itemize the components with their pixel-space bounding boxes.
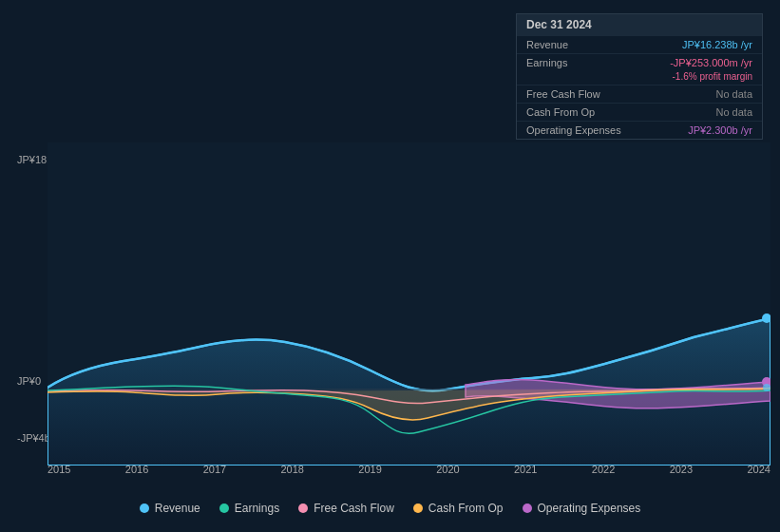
legend-item-fcf[interactable]: Free Cash Flow	[298, 502, 394, 515]
x-label-2016: 2016	[125, 464, 148, 475]
x-label-2017: 2017	[203, 464, 226, 475]
earnings-sub: -1.6% profit margin	[517, 71, 762, 85]
legend-item-earnings[interactable]: Earnings	[219, 502, 279, 515]
tooltip-value-fcf: No data	[715, 88, 752, 100]
chart-container: Dec 31 2024 Revenue JP¥16.238b /yr Earni…	[0, 0, 780, 532]
legend-label-earnings: Earnings	[235, 502, 279, 515]
svg-point-4	[763, 384, 770, 391]
tooltip-label-revenue: Revenue	[526, 39, 631, 50]
tooltip-value-opex: JP¥2.300b /yr	[688, 124, 752, 136]
legend-label-revenue: Revenue	[155, 502, 200, 515]
tooltip-card: Dec 31 2024 Revenue JP¥16.238b /yr Earni…	[516, 13, 763, 140]
tooltip-row-fcf: Free Cash Flow No data	[517, 85, 762, 103]
x-axis: 2015 2016 2017 2018 2019 2020 2021 2022 …	[48, 464, 770, 475]
legend-dot-cfo	[413, 504, 423, 513]
legend-dot-opex	[523, 504, 532, 513]
legend-dot-revenue	[140, 504, 149, 513]
tooltip-value-cfo: No data	[715, 106, 752, 118]
earnings-margin: -1.6% profit margin	[673, 71, 752, 82]
x-label-2019: 2019	[358, 464, 381, 475]
tooltip-label-fcf: Free Cash Flow	[526, 88, 631, 100]
legend-label-cfo: Cash From Op	[428, 502, 504, 515]
y-label-bot: -JP¥4b	[17, 432, 50, 444]
legend-item-cfo[interactable]: Cash From Op	[413, 502, 504, 515]
x-label-2020: 2020	[436, 464, 459, 475]
legend-dot-earnings	[219, 504, 229, 513]
legend-label-opex: Operating Expenses	[538, 502, 641, 515]
tooltip-row-earnings: Earnings -JP¥253.000m /yr	[517, 53, 762, 71]
legend-item-opex[interactable]: Operating Expenses	[523, 502, 641, 515]
legend-dot-fcf	[298, 504, 308, 513]
tooltip-title: Dec 31 2024	[517, 14, 762, 35]
x-label-2015: 2015	[48, 464, 70, 475]
legend-item-revenue[interactable]: Revenue	[140, 502, 200, 515]
legend-label-fcf: Free Cash Flow	[314, 502, 394, 515]
legend: Revenue Earnings Free Cash Flow Cash Fro…	[0, 502, 780, 515]
tooltip-label-earnings: Earnings	[526, 57, 631, 68]
x-label-2024: 2024	[747, 464, 770, 475]
x-label-2023: 2023	[670, 464, 693, 475]
x-label-2018: 2018	[280, 464, 303, 475]
y-label-mid: JP¥0	[17, 375, 41, 387]
tooltip-row-opex: Operating Expenses JP¥2.300b /yr	[517, 121, 762, 139]
tooltip-value-earnings: -JP¥253.000m /yr	[670, 57, 752, 68]
x-label-2022: 2022	[592, 464, 615, 475]
x-label-2021: 2021	[514, 464, 537, 475]
chart-svg	[48, 142, 770, 466]
tooltip-label-cfo: Cash From Op	[526, 106, 631, 118]
tooltip-label-opex: Operating Expenses	[526, 124, 631, 136]
tooltip-value-revenue: JP¥16.238b /yr	[682, 39, 752, 50]
tooltip-row-cfo: Cash From Op No data	[517, 103, 762, 121]
tooltip-row-revenue: Revenue JP¥16.238b /yr	[517, 35, 762, 53]
